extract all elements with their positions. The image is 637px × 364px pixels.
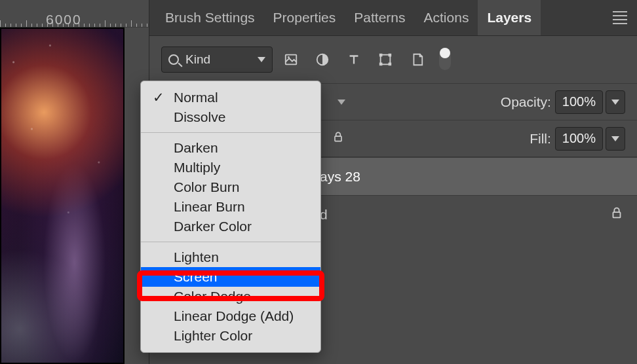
fill-label: Fill: [530, 131, 551, 147]
blend-mode-option-darker-color[interactable]: Darker Color [141, 217, 320, 236]
option-label: Lighten [174, 249, 219, 264]
blend-mode-menu[interactable]: Normal Dissolve Darken Multiply Color Bu… [140, 81, 321, 353]
blend-mode-option-color-dodge[interactable]: Color Dodge [141, 287, 320, 306]
hamburger-icon [613, 11, 627, 24]
menu-separator [141, 242, 320, 242]
shape-icon [378, 52, 393, 67]
filter-pixel-layers-button[interactable] [278, 46, 304, 73]
type-icon [347, 52, 361, 67]
blend-mode-option-dissolve[interactable]: Dissolve [141, 107, 320, 127]
tab-layers[interactable]: Layers [478, 0, 541, 35]
ruler-marks [0, 19, 149, 27]
chevron-down-icon [611, 100, 619, 105]
lock-all-button[interactable] [332, 130, 345, 147]
svg-rect-6 [380, 64, 382, 65]
menu-separator [141, 132, 320, 133]
smartobject-icon [410, 52, 424, 67]
image-icon [284, 52, 298, 67]
blend-mode-option-linear-dodge[interactable]: Linear Dodge (Add) [141, 306, 320, 326]
lock-icon [609, 206, 624, 220]
blend-mode-option-linear-burn[interactable]: Linear Burn [141, 197, 320, 217]
filter-toggle[interactable] [439, 49, 451, 70]
chevron-down-icon [258, 57, 265, 62]
svg-rect-9 [613, 212, 621, 217]
svg-rect-5 [389, 54, 391, 56]
option-label: Normal [174, 90, 218, 105]
option-label: Linear Burn [174, 199, 245, 214]
svg-rect-4 [380, 54, 382, 56]
canvas-image [1, 29, 123, 363]
filter-kind-label: Kind [185, 52, 251, 67]
fill-slider-button[interactable] [606, 127, 625, 151]
option-label: Multiply [174, 160, 220, 175]
filter-shape-layers-button[interactable] [372, 46, 398, 73]
fill-value-input[interactable]: 100% [555, 127, 603, 151]
blend-mode-option-normal[interactable]: Normal [141, 88, 320, 107]
option-label: Screen [174, 269, 218, 284]
chevron-down-icon [611, 136, 619, 141]
blend-mode-option-multiply[interactable]: Multiply [141, 158, 320, 177]
option-label: Lighter Color [174, 328, 252, 343]
tab-label: Actions [424, 10, 469, 26]
ruler-horizontal: 6000 [0, 0, 149, 27]
panel-menu-button[interactable] [603, 0, 637, 35]
blend-mode-option-lighter-color[interactable]: Lighter Color [141, 326, 320, 346]
blend-mode-option-color-burn[interactable]: Color Burn [141, 177, 320, 197]
svg-point-1 [288, 56, 290, 58]
filter-type-layers-button[interactable] [341, 46, 367, 73]
blend-mode-option-screen[interactable]: Screen [141, 267, 320, 287]
opacity-slider-button[interactable] [606, 90, 625, 114]
tab-properties[interactable]: Properties [264, 0, 345, 35]
tab-patterns[interactable]: Patterns [345, 0, 414, 35]
option-label: Linear Dodge (Add) [174, 308, 294, 323]
filter-adjustment-layers-button[interactable] [309, 46, 336, 73]
tab-brush-settings[interactable]: Brush Settings [156, 0, 264, 35]
blend-mode-option-darken[interactable]: Darken [141, 138, 320, 158]
tab-label: Layers [487, 10, 531, 26]
option-label: Darker Color [174, 219, 252, 234]
canvas-window[interactable] [0, 27, 125, 364]
tab-label: Brush Settings [165, 10, 255, 26]
tab-actions[interactable]: Actions [415, 0, 478, 35]
canvas-area: 6000 [0, 0, 149, 364]
panel-tabs: Brush Settings Properties Patterns Actio… [149, 0, 637, 36]
filter-smart-objects-button[interactable] [404, 46, 430, 73]
layer-name-fragment: ays 28 [320, 169, 360, 185]
tab-label: Patterns [354, 10, 405, 26]
adjustment-icon [315, 52, 330, 67]
option-label: Color Dodge [174, 289, 251, 304]
tab-label: Properties [273, 10, 336, 26]
blend-mode-option-lighten[interactable]: Lighten [141, 247, 320, 267]
option-label: Color Burn [174, 179, 239, 194]
svg-rect-7 [389, 64, 391, 65]
svg-rect-8 [335, 136, 341, 141]
opacity-label: Opacity: [501, 94, 551, 110]
lock-icon [332, 130, 345, 143]
blend-mode-dropdown-caret[interactable] [332, 90, 351, 114]
chevron-down-icon [338, 100, 345, 105]
layer-lock-indicator[interactable] [609, 206, 624, 223]
option-label: Dissolve [174, 109, 225, 124]
layer-filter-row: Kind [149, 36, 637, 84]
opacity-value-input[interactable]: 100% [555, 90, 603, 114]
search-icon [168, 54, 179, 65]
filter-kind-dropdown[interactable]: Kind [161, 46, 273, 73]
option-label: Darken [174, 140, 218, 155]
